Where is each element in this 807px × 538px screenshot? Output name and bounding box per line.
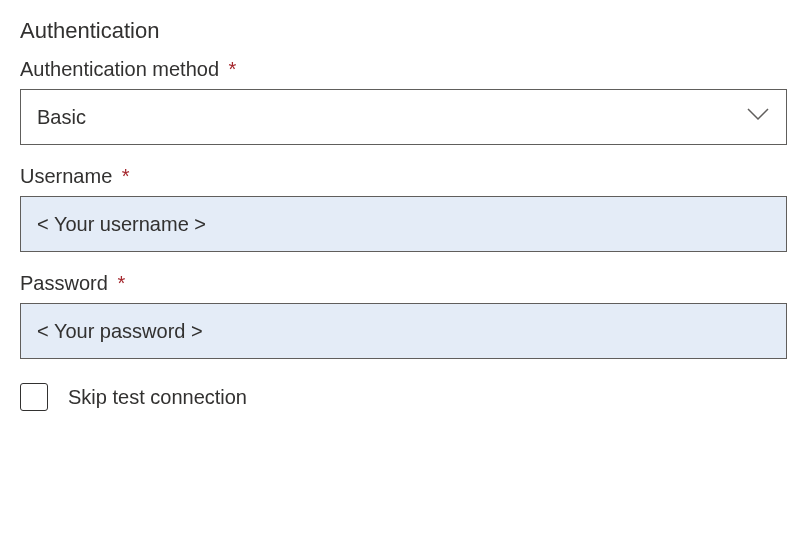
password-label-text: Password (20, 272, 108, 294)
password-input[interactable] (20, 303, 787, 359)
auth-method-field-group: Authentication method * Basic (20, 58, 787, 145)
auth-method-label: Authentication method * (20, 58, 787, 81)
skip-test-row: Skip test connection (20, 383, 787, 411)
username-input[interactable] (20, 196, 787, 252)
password-label: Password * (20, 272, 787, 295)
auth-method-label-text: Authentication method (20, 58, 219, 80)
auth-method-value: Basic (37, 106, 86, 129)
username-label-text: Username (20, 165, 112, 187)
auth-method-select-wrapper: Basic (20, 89, 787, 145)
auth-method-select[interactable]: Basic (20, 89, 787, 145)
password-field-group: Password * (20, 272, 787, 359)
skip-test-label[interactable]: Skip test connection (68, 386, 247, 409)
username-field-group: Username * (20, 165, 787, 252)
skip-test-checkbox[interactable] (20, 383, 48, 411)
required-asterisk: * (122, 165, 130, 187)
section-title: Authentication (20, 18, 787, 44)
username-label: Username * (20, 165, 787, 188)
required-asterisk: * (229, 58, 237, 80)
required-asterisk: * (117, 272, 125, 294)
authentication-section: Authentication Authentication method * B… (20, 18, 787, 411)
